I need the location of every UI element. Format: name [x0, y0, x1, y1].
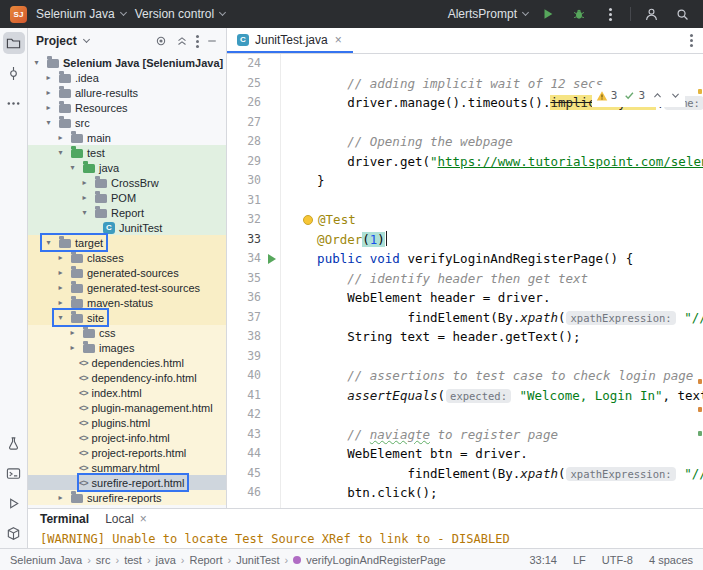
- tree-item-allure-results[interactable]: allure-results: [28, 85, 226, 100]
- code-line-27[interactable]: [287, 113, 703, 133]
- tree-item-dependency-info-html[interactable]: dependency-info.html: [28, 370, 226, 385]
- chevron-collapsed-icon[interactable]: [54, 280, 67, 295]
- code-line-39[interactable]: [287, 347, 703, 367]
- tree-item-pom[interactable]: POM: [28, 190, 226, 205]
- breadcrumb-java[interactable]: java: [156, 554, 176, 566]
- run-config-selector[interactable]: AlertsPrompt: [448, 7, 528, 21]
- run-tool-button[interactable]: [3, 492, 25, 514]
- more-tool-windows-button[interactable]: [3, 92, 25, 114]
- breadcrumbs[interactable]: Selenium Java›src›test›java›Report›Junit…: [10, 554, 446, 566]
- close-tab-icon[interactable]: [334, 34, 343, 46]
- code-lines[interactable]: // adding implicit wait of 12 secs drive…: [281, 54, 703, 508]
- chevron-expanded-icon[interactable]: [30, 55, 43, 70]
- code-line-44[interactable]: WebElement btn = driver.: [287, 444, 703, 464]
- project-selector[interactable]: Selenium Java: [36, 7, 126, 21]
- tree-item-resources[interactable]: Resources: [28, 100, 226, 115]
- code-line-41[interactable]: assertEquals(expected: "Welcome, Login I…: [287, 386, 703, 406]
- chevron-expanded-icon[interactable]: [66, 160, 79, 175]
- tree-item-plugins-html[interactable]: plugins.html: [28, 415, 226, 430]
- tree-item-crossbrw[interactable]: CrossBrw: [28, 175, 226, 190]
- tree-item-images[interactable]: images: [28, 340, 226, 355]
- breadcrumb-report[interactable]: Report: [189, 554, 222, 566]
- code-line-29[interactable]: driver.get("https://www.tutorialspoint.c…: [287, 152, 703, 172]
- tree-item-main[interactable]: main: [28, 130, 226, 145]
- code-line-45[interactable]: findElement(By.xpath(xpathExpression: "/…: [287, 464, 703, 484]
- chevron-expanded-icon[interactable]: [78, 205, 91, 220]
- tab-junittest-java[interactable]: JunitTest.java: [227, 28, 353, 53]
- code-line-31[interactable]: [287, 191, 703, 211]
- debug-button[interactable]: [568, 3, 590, 25]
- tree-item-index-html[interactable]: index.html: [28, 385, 226, 400]
- chevron-collapsed-icon[interactable]: [66, 340, 79, 355]
- breadcrumb-junittest[interactable]: JunitTest: [236, 554, 279, 566]
- chevron-collapsed-icon[interactable]: [78, 175, 91, 190]
- terminal-tab-local[interactable]: Local: [105, 512, 148, 526]
- chevron-collapsed-icon[interactable]: [42, 70, 55, 85]
- chevron-collapsed-icon[interactable]: [54, 295, 67, 310]
- commit-tool-button[interactable]: [3, 62, 25, 84]
- tree-item-summary-html[interactable]: summary.html: [28, 460, 226, 475]
- code-line-40[interactable]: // assertions to test case to check logi…: [287, 366, 703, 386]
- indent-style[interactable]: 4 spaces: [649, 554, 693, 566]
- tree-item-site[interactable]: site: [28, 310, 226, 325]
- checks-indicator[interactable]: 3: [624, 86, 645, 106]
- code-line-35[interactable]: // identify header then get text: [287, 269, 703, 289]
- tree-item-dependencies-html[interactable]: dependencies.html: [28, 355, 226, 370]
- tree-item-plugin-management-html[interactable]: plugin-management.html: [28, 400, 226, 415]
- chevron-collapsed-icon[interactable]: [42, 85, 55, 100]
- tree-item-test[interactable]: test: [28, 145, 226, 160]
- profile-button[interactable]: [640, 3, 662, 25]
- code-line-46[interactable]: btn.click();: [287, 483, 703, 503]
- code-line-33[interactable]: @Order(1): [287, 230, 703, 250]
- run-button[interactable]: [537, 3, 559, 25]
- breadcrumb-selenium-java[interactable]: Selenium Java: [10, 554, 82, 566]
- tree-item-target[interactable]: target: [28, 235, 226, 250]
- code-line-43[interactable]: // naviagte to register page: [287, 425, 703, 445]
- tree-item-junittest[interactable]: JunitTest: [28, 220, 226, 235]
- code-line-37[interactable]: findElement(By.xpath(xpathExpression: "/…: [287, 308, 703, 328]
- inspections-widget[interactable]: 3 3: [592, 85, 685, 107]
- code-line-24[interactable]: [287, 54, 703, 74]
- tree-item-src[interactable]: src: [28, 115, 226, 130]
- project-panel-title[interactable]: Project: [36, 34, 77, 48]
- chevron-expanded-icon[interactable]: [54, 310, 67, 325]
- breadcrumb-test[interactable]: test: [124, 554, 142, 566]
- code-line-32[interactable]: @Test: [287, 210, 703, 230]
- panel-options-icon[interactable]: [196, 40, 199, 43]
- search-everywhere-button[interactable]: [671, 3, 693, 25]
- hide-panel-icon[interactable]: [206, 35, 218, 47]
- tree-item-surefire-reports[interactable]: surefire-reports: [28, 490, 226, 505]
- warnings-indicator[interactable]: 3: [596, 86, 618, 106]
- code-line-30[interactable]: }: [287, 171, 703, 191]
- chevron-expanded-icon[interactable]: [42, 115, 55, 130]
- code-editor[interactable]: 2425262728293031323334353637383940414243…: [227, 54, 703, 508]
- chevron-expanded-icon[interactable]: [54, 145, 67, 160]
- tree-item-classes[interactable]: classes: [28, 250, 226, 265]
- tree-item-css[interactable]: css: [28, 325, 226, 340]
- prev-issue-icon[interactable]: [652, 90, 663, 101]
- tree-item-maven-status[interactable]: maven-status: [28, 295, 226, 310]
- chevron-collapsed-icon[interactable]: [54, 130, 67, 145]
- breadcrumb-method[interactable]: verifyLoginAndRegisterPage: [306, 554, 445, 566]
- collapse-all-icon[interactable]: [175, 34, 189, 48]
- close-terminal-tab-icon[interactable]: [139, 513, 148, 525]
- tree-item-project-reports-html[interactable]: project-reports.html: [28, 445, 226, 460]
- run-test-icon[interactable]: [268, 254, 276, 264]
- chevron-expanded-icon[interactable]: [42, 235, 55, 250]
- breadcrumb-src[interactable]: src: [96, 554, 111, 566]
- chevron-collapsed-icon[interactable]: [54, 265, 67, 280]
- terminal-panel-title[interactable]: Terminal: [40, 512, 89, 526]
- version-control-menu[interactable]: Version control: [135, 7, 225, 21]
- intention-bulb-icon[interactable]: [303, 215, 313, 225]
- tests-tool-button[interactable]: [3, 432, 25, 454]
- code-line-42[interactable]: [287, 405, 703, 425]
- locate-file-icon[interactable]: [154, 34, 168, 48]
- editor-scrollbar[interactable]: [698, 81, 702, 508]
- terminal-tool-button[interactable]: [3, 462, 25, 484]
- encoding[interactable]: UTF-8: [602, 554, 633, 566]
- tree-item-project-info-html[interactable]: project-info.html: [28, 430, 226, 445]
- tree-item-selenium-java-seleniumjava[interactable]: Selenium Java [SeleniumJava]~/IdeaProje.…: [28, 55, 226, 70]
- tree-item-idea[interactable]: .idea: [28, 70, 226, 85]
- project-tool-button[interactable]: [3, 32, 25, 54]
- build-tool-button[interactable]: [3, 522, 25, 544]
